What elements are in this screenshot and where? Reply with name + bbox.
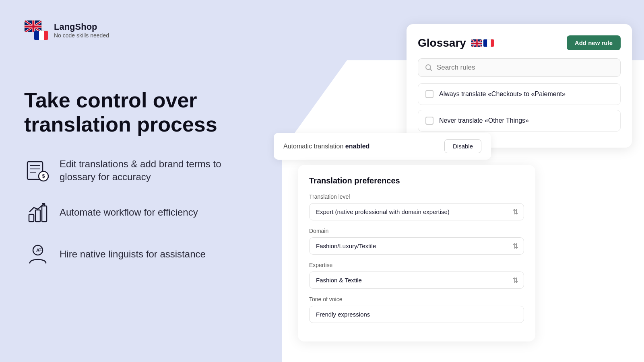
expertise-label: Expertise [309,262,524,268]
search-icon [425,64,433,72]
rule-checkbox-2[interactable] [425,117,433,125]
flag-fr [34,31,48,40]
feature-item-edit: $ Edit translations & add brand terms to… [24,157,250,184]
svg-rect-18 [483,39,487,47]
domain-label: Domain [309,228,524,234]
svg-text:$: $ [42,173,45,179]
svg-rect-12 [42,206,47,222]
form-field-expertise: Expertise Fashion & Textile ⇅ [309,262,524,289]
expertise-select-wrapper[interactable]: Fashion & Textile ⇅ [309,272,524,289]
svg-text:文: 文 [39,247,42,251]
prefs-title: Translation preferences [309,176,524,185]
rule-text-1: Always translate «Checkout» to «Paiement… [439,90,566,98]
domain-select-wrapper[interactable]: Fashion/Luxury/Textile ⇅ [309,237,524,255]
automate-workflow-icon [26,200,50,224]
logo-name: LangShop [54,22,109,32]
auto-translation-bar: Automatic translation enabled Disable [274,133,491,160]
search-rules-input[interactable] [437,64,614,72]
glossary-title: Glossary [418,37,466,49]
rule-item-2: Never translate «Other Things» [418,110,621,132]
flag-inline [471,39,494,47]
feature-icon-edit: $ [24,157,52,184]
hero-text: Take control over translation process $ … [24,88,250,268]
svg-rect-19 [487,39,491,47]
glossary-header: Glossary [418,35,621,50]
flag-sm-uk [471,39,482,47]
feature-list: $ Edit translations & add brand terms to… [24,157,250,268]
level-select-wrapper[interactable]: Expert (native professional with domain … [309,203,524,220]
rule-checkbox-1[interactable] [425,90,433,98]
level-select[interactable]: Expert (native professional with domain … [309,203,524,220]
tone-label: Tone of voice [309,296,524,302]
glossary-title-area: Glossary [418,37,494,49]
level-label: Translation level [309,193,524,200]
logo-tagline: No code skills needed [54,32,109,39]
auto-translation-status: enabled [345,143,369,150]
form-field-tone: Tone of voice [309,296,524,323]
glossary-card: Glossary [407,24,632,148]
svg-rect-2 [39,31,44,40]
hero-title: Take control over translation process [24,88,250,137]
auto-translation-text: Automatic translation enabled [283,143,369,150]
feature-text-hire: Hire native linguists for assistance [60,248,206,260]
auto-translation-label: Automatic translation [283,143,343,150]
flag-sm-fr [483,39,494,47]
search-box [418,58,621,77]
feature-icon-hire: A 文 [24,241,52,268]
rule-text-2: Never translate «Other Things» [439,117,529,124]
form-field-level: Translation level Expert (native profess… [309,193,524,220]
feature-item-hire: A 文 Hire native linguists for assistance [24,241,250,268]
disable-button[interactable]: Disable [444,139,481,153]
edit-translations-icon: $ [26,158,50,183]
feature-text-edit: Edit translations & add brand terms to g… [60,158,237,183]
rule-item-1: Always translate «Checkout» to «Paiement… [418,83,621,105]
translation-prefs-card: Translation preferences Translation leve… [298,165,535,341]
svg-rect-11 [35,210,40,222]
feature-text-automate: Automate workflow for efficiency [60,206,198,218]
logo-area: LangShop No code skills needed [24,20,109,40]
add-new-rule-button[interactable]: Add new rule [567,35,621,50]
svg-rect-3 [44,31,48,40]
form-field-domain: Domain Fashion/Luxury/Textile ⇅ [309,228,524,255]
svg-rect-20 [491,39,494,47]
feature-icon-automate [24,199,52,226]
feature-item-automate: Automate workflow for efficiency [24,199,250,226]
tone-input[interactable] [309,306,524,323]
expertise-select[interactable]: Fashion & Textile [309,272,524,289]
logo-flags [24,20,48,40]
svg-rect-1 [34,31,39,40]
hire-linguists-icon: A 文 [26,242,50,266]
domain-select[interactable]: Fashion/Luxury/Textile [309,237,524,255]
svg-point-13 [42,203,46,207]
svg-rect-10 [29,214,34,222]
logo-text-block: LangShop No code skills needed [54,22,109,39]
